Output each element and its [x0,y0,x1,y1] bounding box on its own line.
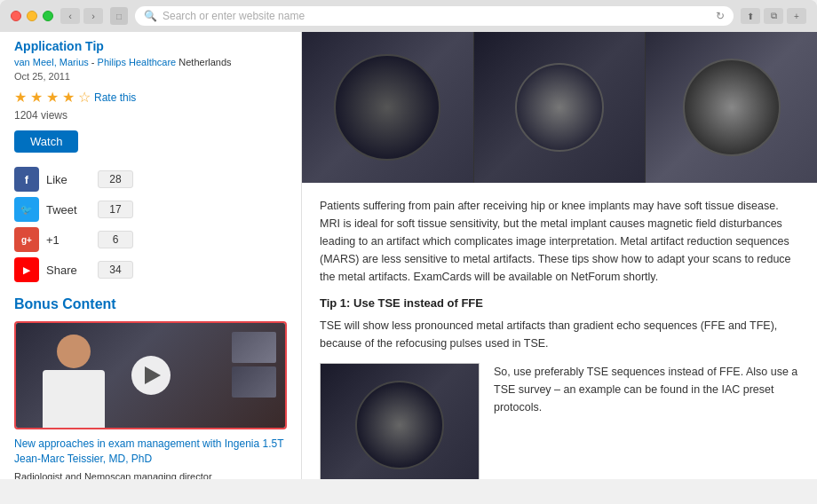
scan-image-3 [683,59,781,156]
app-tip-label: Application Tip [14,32,287,53]
star-1: ★ [14,89,27,106]
bonus-video-subtitle: Radiologist and Nemoscan managing direct… [14,470,287,479]
share-button[interactable]: ⬆ [741,8,760,24]
google-count: 6 [98,231,133,248]
forward-button[interactable]: › [83,8,103,24]
bonus-video[interactable] [14,321,287,429]
tip1-scan-image [355,381,444,469]
scan-image-2 [515,63,604,152]
person-body [43,370,105,428]
article: Patients suffering from pain after recei… [302,183,817,479]
company-link[interactable]: Philips Healthcare [98,57,177,67]
close-button[interactable] [11,11,21,21]
top-images [302,32,817,183]
mri-image-1 [302,32,474,183]
browser-actions: ⬆ ⧉ + [741,8,806,24]
tip1-heading: Tip 1: Use TSE instead of FFE [320,296,799,310]
author-link[interactable]: van Meel, Marius [14,57,89,67]
tip1-side-text: So, use preferably TSE sequences instead… [494,363,799,476]
views-count: 1204 views [14,109,287,122]
tip1-image [320,363,480,479]
video-person [34,326,114,428]
address-text: Search or enter website name [163,10,305,22]
facebook-label: Like [46,173,91,186]
star-2: ★ [30,89,43,106]
mri-image-3 [646,32,817,183]
star-5-half: ☆ [78,89,91,106]
twitter-icon[interactable]: 🐦 [14,197,39,222]
back-button[interactable]: ‹ [60,8,80,24]
watch-button[interactable]: Watch [14,130,78,153]
sidebar: Application Tip van Meel, Marius - Phili… [0,32,302,479]
new-tab-button[interactable]: ⧉ [764,8,783,24]
minimize-button[interactable] [27,11,37,21]
article-intro: Patients suffering from pain after recei… [320,197,799,286]
tip1-section: Tip 1: Use TSE instead of FFE TSE will s… [320,296,799,479]
stars-rating: ★ ★ ★ ★ ☆ Rate this [14,89,287,106]
twitter-label: Tweet [46,203,91,217]
video-thumbnail [16,323,285,428]
youtube-icon[interactable]: ▶ [14,257,39,282]
page-content: Application Tip van Meel, Marius - Phili… [0,32,817,479]
browser-chrome: ‹ › □ 🔍 Search or enter website name ↻ ⬆… [0,0,817,32]
more-button[interactable]: + [787,8,806,24]
person-head [57,335,91,368]
facebook-row: f Like 28 [14,167,287,192]
bonus-video-title[interactable]: New approaches in exam management with I… [14,437,287,467]
address-bar[interactable]: 🔍 Search or enter website name ↻ [135,6,734,26]
country-text: Netherlands [178,57,231,67]
google-label: +1 [46,233,91,247]
google-row: g+ +1 6 [14,227,287,252]
author-line: van Meel, Marius - Philips Healthcare Ne… [14,57,287,67]
main-content: Patients suffering from pain after recei… [302,32,817,479]
title-bar: ‹ › □ 🔍 Search or enter website name ↻ ⬆… [0,0,817,32]
side-image-1 [232,332,276,363]
video-side-images [232,332,276,398]
tab-icon: □ [110,7,128,25]
facebook-icon[interactable]: f [14,167,39,192]
date-line: Oct 25, 2011 [14,71,287,82]
side-image-2 [232,366,276,398]
author-separator: - [91,57,98,67]
twitter-row: 🐦 Tweet 17 [14,197,287,222]
tip1-with-image: So, use preferably TSE sequences instead… [320,363,799,479]
rate-link[interactable]: Rate this [94,91,136,104]
bonus-title: Bonus Content [14,296,287,312]
play-button[interactable] [131,356,171,395]
twitter-count: 17 [98,201,133,218]
traffic-lights [11,11,53,21]
star-3: ★ [46,89,59,106]
scan-image-1 [334,54,440,161]
facebook-count: 28 [98,170,133,188]
youtube-count: 34 [98,261,133,279]
play-triangle-icon [145,366,161,384]
mri-image-2 [474,32,646,183]
tip1-text: TSE will show less pronounced metal arti… [320,317,799,352]
google-icon[interactable]: g+ [14,227,39,252]
star-4: ★ [62,89,75,106]
maximize-button[interactable] [43,11,53,21]
youtube-label: Share [46,264,91,277]
nav-buttons: ‹ › [60,8,103,24]
social-section: f Like 28 🐦 Tweet 17 g+ +1 6 ▶ Share 34 [14,167,287,282]
youtube-row: ▶ Share 34 [14,257,287,282]
